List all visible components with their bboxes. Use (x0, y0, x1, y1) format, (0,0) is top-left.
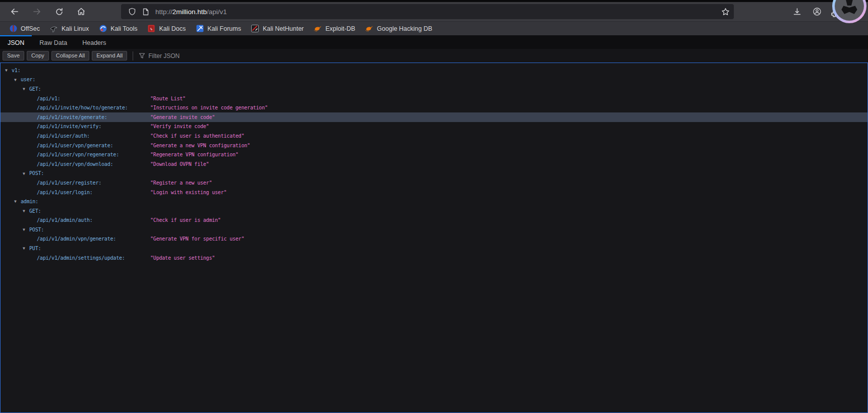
tree-value: "Register a new user" (150, 180, 212, 186)
json-viewer-tabstrip: JSONRaw DataHeaders (0, 35, 868, 49)
kali-tools-icon: n (99, 25, 107, 33)
kali-docs-icon: % (147, 25, 155, 33)
tree-row[interactable]: /api/v1/invite/generate:"Generate invite… (1, 112, 867, 122)
tree-row[interactable]: ▼v1: (1, 66, 867, 75)
tree-key: v1: (12, 68, 20, 73)
bookmark-star-icon[interactable] (721, 8, 730, 16)
url-bar[interactable]: http://2million.htb/api/v1 (121, 4, 734, 19)
downloads-icon[interactable] (789, 4, 804, 19)
offsec-icon (9, 25, 17, 33)
tree-row[interactable]: /api/v1/user/vpn/regenerate:"Regenerate … (1, 150, 867, 159)
account-icon[interactable] (809, 4, 825, 19)
collapse-all-button[interactable]: Collapse All (51, 51, 89, 61)
tree-key: /api/v1/invite/verify: (37, 124, 101, 129)
json-tree-panel[interactable]: ▼v1:▼user:▼GET:/api/v1:"Route List"/api/… (0, 63, 868, 413)
tree-row[interactable]: /api/v1/admin/auth:"Check if user is adm… (1, 216, 867, 225)
url-path: /api/v1 (207, 8, 227, 16)
tree-row[interactable]: ▼POST: (1, 169, 867, 179)
bookmark-label: Google Hacking DB (377, 25, 432, 32)
svg-text:n: n (101, 29, 102, 31)
twisty-expanded-icon[interactable]: ▼ (23, 171, 25, 176)
bookmark-item-offsec[interactable]: OffSec (5, 23, 44, 34)
browser-toolbar: http://2million.htb/api/v1 (0, 2, 868, 21)
json-viewer-toolbar: Save Copy Collapse All Expand All (0, 49, 868, 63)
tree-value: "Generate VPN for specific user" (150, 236, 244, 242)
twisty-expanded-icon[interactable]: ▼ (23, 209, 25, 213)
tree-row[interactable]: /api/v1/admin/vpn/generate:"Generate VPN… (1, 234, 867, 244)
tab-raw-data[interactable]: Raw Data (32, 35, 75, 49)
tree-row[interactable]: ▼user: (1, 75, 867, 85)
twisty-expanded-icon[interactable]: ▼ (5, 68, 8, 73)
tracking-shield-icon[interactable] (128, 8, 136, 16)
google-hacking-db-icon (365, 25, 373, 33)
tree-key: /api/v1/user/register: (37, 180, 101, 186)
tree-value: "Check if user is authenticated" (150, 133, 244, 139)
tree-row[interactable]: /api/v1/invite/verify:"Verify invite cod… (1, 122, 867, 132)
home-icon[interactable] (74, 4, 89, 19)
tree-row[interactable]: /api/v1/admin/settings/update:"Update us… (1, 253, 867, 263)
tree-key: /api/v1/user/vpn/generate: (37, 143, 113, 148)
tree-key: admin: (21, 199, 38, 204)
exploit-db-icon (314, 25, 322, 33)
tree-row[interactable]: /api/v1/user/login:"Login with existing … (1, 188, 867, 197)
tree-value: "Update user settings" (150, 255, 215, 261)
bookmark-item-kali-linux[interactable]: Kali Linux (46, 23, 93, 34)
bookmark-item-kali-forums[interactable]: Kali Forums (192, 23, 245, 34)
tree-key: /api/v1/admin/settings/update: (37, 255, 125, 261)
tree-key: GET: (29, 208, 41, 214)
bookmark-label: OffSec (21, 25, 40, 32)
tree-row[interactable]: /api/v1/user/vpn/generate:"Generate a ne… (1, 141, 867, 150)
twisty-expanded-icon[interactable]: ▼ (23, 246, 25, 251)
bookmark-label: Kali Tools (110, 25, 137, 32)
copy-button[interactable]: Copy (27, 51, 49, 61)
tree-value: "Generate a new VPN configuration" (150, 143, 250, 148)
bookmark-item-google-hacking-db[interactable]: Google Hacking DB (361, 23, 436, 34)
tree-value: "Verify invite code" (150, 124, 209, 129)
url-scheme: http:// (155, 8, 172, 16)
tree-row[interactable]: ▼admin: (1, 197, 867, 206)
tab-json[interactable]: JSON (0, 35, 32, 49)
filter-json-input[interactable] (148, 52, 350, 60)
tree-value: "Check if user is admin" (150, 217, 221, 223)
url-host: 2million.htb (172, 8, 207, 16)
save-button[interactable]: Save (3, 51, 24, 61)
tree-row[interactable]: /api/v1/invite/how/to/generate:"Instruct… (1, 103, 867, 112)
back-icon[interactable] (7, 4, 22, 19)
tree-row[interactable]: ▼GET: (1, 206, 867, 216)
tab-headers[interactable]: Headers (75, 35, 113, 49)
bookmark-item-exploit-db[interactable]: Exploit-DB (310, 23, 359, 34)
tree-row[interactable]: /api/v1:"Route List" (1, 94, 867, 103)
bookmark-label: Kali Linux (62, 25, 89, 32)
tree-value: "Instructions on invite code generation" (150, 105, 268, 110)
twisty-expanded-icon[interactable]: ▼ (14, 78, 17, 82)
tree-row[interactable]: ▼PUT: (1, 244, 867, 253)
bookmark-item-kali-tools[interactable]: n Kali Tools (95, 23, 141, 34)
kali-nethunter-icon (251, 25, 259, 33)
tree-key: /api/v1: (37, 96, 61, 101)
tree-key: /api/v1/invite/generate: (37, 114, 107, 120)
tree-key: POST: (29, 227, 44, 232)
expand-all-button[interactable]: Expand All (92, 51, 127, 61)
tree-row[interactable]: ▼GET: (1, 84, 867, 94)
tree-key: /api/v1/user/login: (37, 190, 93, 195)
tree-row[interactable]: ▼POST: (1, 225, 867, 234)
bookmarks-bar: OffSec Kali Linux n Kali Tools % Kali Do… (0, 21, 868, 35)
reload-icon[interactable] (51, 4, 67, 19)
url-text[interactable]: http://2million.htb/api/v1 (155, 8, 721, 16)
tree-key: /api/v1/user/vpn/download: (37, 161, 113, 167)
tree-value: "Route List" (150, 96, 186, 101)
forward-icon[interactable] (29, 4, 44, 19)
tree-row[interactable]: /api/v1/user/auth:"Check if user is auth… (1, 131, 867, 141)
tree-row[interactable]: /api/v1/user/register:"Register a new us… (1, 178, 867, 188)
bookmark-item-kali-docs[interactable]: % Kali Docs (143, 23, 190, 34)
twisty-expanded-icon[interactable]: ▼ (14, 199, 17, 204)
bookmark-item-kali-nethunter[interactable]: Kali NetHunter (247, 23, 308, 34)
twisty-expanded-icon[interactable]: ▼ (23, 87, 25, 91)
page-info-icon[interactable] (142, 8, 149, 16)
tree-key: /api/v1/user/vpn/regenerate: (37, 152, 119, 157)
toolbar-separator (133, 51, 133, 61)
tree-key: /api/v1/invite/how/to/generate: (37, 105, 128, 110)
tree-row[interactable]: /api/v1/user/vpn/download:"Download OVPN… (1, 159, 867, 169)
twisty-expanded-icon[interactable]: ▼ (23, 227, 25, 232)
bookmark-label: Exploit-DB (325, 25, 355, 32)
